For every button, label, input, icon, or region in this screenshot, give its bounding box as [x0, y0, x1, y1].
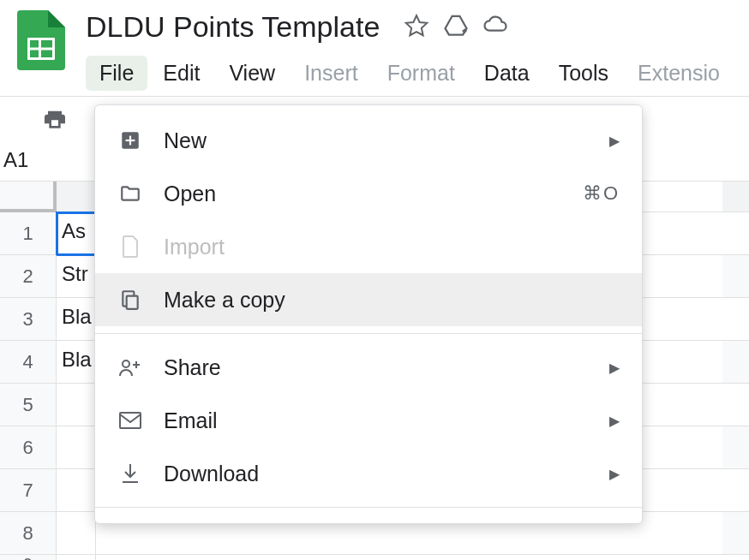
svg-point-6 [123, 360, 129, 367]
cell[interactable]: Bla [57, 298, 96, 341]
menu-tools[interactable]: Tools [545, 56, 622, 91]
submenu-arrow-icon: ▶ [609, 360, 620, 376]
menu-file[interactable]: File [86, 56, 147, 91]
menu-view[interactable]: View [215, 56, 289, 91]
submenu-arrow-icon: ▶ [609, 466, 620, 482]
menu-import: Import [95, 220, 642, 273]
download-icon [117, 462, 143, 485]
cell[interactable] [57, 384, 96, 426]
menu-extensions[interactable]: Extensio [624, 56, 734, 91]
menu-insert[interactable]: Insert [291, 56, 372, 91]
row-header[interactable]: 8 [0, 512, 57, 555]
svg-rect-4 [126, 140, 135, 141]
menu-label: Email [164, 408, 609, 433]
cell[interactable]: As [57, 212, 96, 255]
row-header[interactable]: 1 [0, 212, 57, 255]
svg-rect-5 [127, 296, 138, 309]
menu-download[interactable]: Download ▶ [95, 447, 642, 500]
cell[interactable] [57, 469, 96, 512]
menu-make-a-copy[interactable]: Make a copy [95, 273, 642, 326]
select-all-corner[interactable] [0, 182, 57, 212]
cell[interactable] [57, 426, 96, 469]
menu-label: Open [164, 182, 583, 206]
menu-new[interactable]: New ▶ [95, 114, 642, 167]
add-to-drive-icon[interactable] [443, 13, 469, 42]
row-header[interactable]: 4 [0, 341, 57, 384]
cell[interactable]: Str [57, 255, 96, 298]
cell[interactable] [57, 512, 96, 555]
menu-label: Import [164, 235, 620, 259]
star-icon[interactable] [404, 13, 429, 42]
print-icon[interactable] [41, 121, 69, 135]
row-header[interactable]: 2 [0, 255, 57, 298]
menu-label: Make a copy [164, 288, 620, 313]
menu-data[interactable]: Data [470, 56, 543, 91]
shortcut-label: ⌘O [583, 182, 620, 205]
menu-share[interactable]: Share ▶ [95, 341, 642, 394]
menu-open[interactable]: Open ⌘O [95, 167, 642, 220]
menu-label: New [164, 128, 609, 153]
doc-title[interactable]: DLDU Points Template [86, 10, 380, 44]
cloud-saved-icon[interactable] [482, 13, 508, 42]
file-icon [117, 235, 143, 259]
row-header[interactable]: 7 [0, 469, 57, 512]
file-menu-dropdown: New ▶ Open ⌘O Import Make a copy Share ▶… [94, 104, 643, 524]
menu-edit[interactable]: Edit [149, 56, 213, 91]
cell[interactable] [57, 555, 96, 560]
menu-email[interactable]: Email ▶ [95, 394, 642, 447]
svg-rect-9 [120, 413, 141, 428]
menu-label: Download [164, 462, 609, 486]
submenu-arrow-icon: ▶ [609, 133, 620, 149]
row-header[interactable]: 5 [0, 384, 57, 426]
menu-format[interactable]: Format [374, 56, 469, 91]
share-icon [117, 357, 143, 378]
email-icon [117, 411, 143, 430]
folder-icon [117, 182, 143, 205]
copy-icon [117, 289, 143, 311]
menu-label: Share [164, 355, 609, 380]
row-header[interactable]: 3 [0, 298, 57, 341]
row-header[interactable]: 9 [0, 555, 57, 560]
menubar: File Edit View Insert Format Data Tools … [86, 56, 749, 91]
cell-reference[interactable]: A1 [2, 148, 28, 172]
cell[interactable]: Bla [57, 341, 96, 384]
menu-divider [95, 507, 642, 508]
sheets-logo-icon[interactable] [17, 10, 65, 70]
new-icon [117, 129, 143, 152]
menu-divider [95, 333, 642, 334]
submenu-arrow-icon: ▶ [609, 413, 620, 429]
row-header[interactable]: 6 [0, 426, 57, 469]
